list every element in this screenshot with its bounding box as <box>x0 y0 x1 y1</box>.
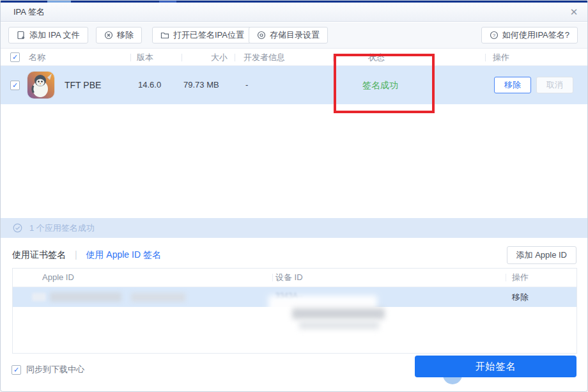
help-button[interactable]: ? 如何使用IPA签名? <box>481 27 578 43</box>
app-name: TFT PBE <box>65 66 101 104</box>
storage-settings-button[interactable]: 存储目录设置 <box>249 27 328 43</box>
redacted-smudge <box>299 321 379 329</box>
open-signed-location-label: 打开已签名IPA位置 <box>173 29 244 41</box>
message-bar: 1 个应用签名成功 <box>1 218 587 238</box>
circle-x-icon <box>104 31 113 40</box>
app-version: 14.6.0 <box>138 66 161 104</box>
sync-checkbox[interactable]: ✓ <box>12 365 21 375</box>
storage-settings-label: 存储目录设置 <box>270 29 320 41</box>
file-plus-icon <box>17 31 26 40</box>
header-apple-id: Apple ID <box>42 269 74 286</box>
target-icon <box>257 31 266 40</box>
header-size: 大小 <box>192 49 228 65</box>
redacted-apple-id <box>131 293 185 302</box>
toolbar: 添加 IPA 文件 移除 打开已签名IPA位置 存储目录设置 ? 如何使 <box>1 22 587 49</box>
account-remove-action[interactable]: 移除 <box>512 287 529 307</box>
header-action: 操作 <box>493 49 509 65</box>
row-remove-button[interactable]: 移除 <box>494 77 531 93</box>
apple-id-table: Apple ID 设备 ID 操作 移除 3343A·· <box>12 268 577 354</box>
header-version: 版本 <box>137 49 153 65</box>
app-developer: - <box>245 66 248 104</box>
header-device-id: 设备 ID <box>275 269 303 286</box>
header-developer: 开发者信息 <box>244 49 285 65</box>
redacted-smudge <box>292 308 385 319</box>
column-separator <box>333 54 334 61</box>
sync-download-option: ✓ 同步到下载中心 <box>12 364 84 375</box>
column-separator <box>272 274 273 281</box>
tab-certificate-sign[interactable]: 使用证书签名 <box>12 249 66 260</box>
tab-apple-id-sign[interactable]: 使用 Apple ID 签名 <box>86 249 160 260</box>
add-apple-id-button[interactable]: 添加 Apple ID <box>507 246 576 264</box>
remove-button[interactable]: 移除 <box>96 27 142 43</box>
add-ipa-button[interactable]: 添加 IPA 文件 <box>8 27 88 43</box>
sync-label: 同步到下载中心 <box>26 364 84 375</box>
app-size: 79.73 MB <box>183 66 219 104</box>
open-signed-location-button[interactable]: 打开已签名IPA位置 <box>152 27 252 43</box>
column-separator <box>506 274 506 281</box>
close-icon[interactable]: ✕ <box>567 5 581 19</box>
message-text: 1 个应用签名成功 <box>29 218 95 238</box>
column-separator <box>182 54 182 61</box>
apple-id-table-header: Apple ID 设备 ID 操作 <box>13 269 576 287</box>
header-name: 名称 <box>29 49 45 65</box>
select-all-checkbox[interactable]: ✓ <box>10 52 20 62</box>
page-title: IPA 签名 <box>13 3 45 21</box>
app-table-header: ✓ 名称 版本 大小 开发者信息 状态 操作 <box>1 49 587 66</box>
row-cancel-button[interactable]: 取消 <box>536 77 573 93</box>
app-table-row[interactable]: ✓ TFT PBE 14.6.0 79.73 MB - 签名成 <box>1 66 587 104</box>
column-separator <box>130 54 131 61</box>
header-account-action: 操作 <box>512 269 529 286</box>
column-separator <box>485 54 486 61</box>
column-separator <box>235 54 235 61</box>
redacted-apple-id <box>50 292 121 302</box>
start-sign-button[interactable]: 开始签名 <box>415 356 576 377</box>
tab-divider: | <box>75 249 77 260</box>
header-status: 状态 <box>368 49 385 65</box>
app-icon <box>27 72 54 98</box>
question-circle-icon: ? <box>490 31 499 40</box>
sign-method-tabs: 使用证书签名 | 使用 Apple ID 签名 <box>12 249 161 261</box>
row-checkbox[interactable]: ✓ <box>10 81 20 90</box>
add-ipa-label: 添加 IPA 文件 <box>29 29 80 41</box>
remove-label: 移除 <box>117 29 134 41</box>
sign-status: 签名成功 <box>362 66 398 104</box>
svg-text:?: ? <box>493 33 496 38</box>
titlebar: IPA 签名 ✕ <box>1 3 587 22</box>
ipa-sign-dialog: IPA 签名 ✕ 添加 IPA 文件 移除 打开已签名IPA位置 存储 <box>0 0 588 392</box>
folder-icon <box>160 31 169 40</box>
help-label: 如何使用IPA签名? <box>502 29 569 41</box>
redacted-avatar <box>32 293 46 301</box>
check-circle-icon <box>13 223 22 233</box>
